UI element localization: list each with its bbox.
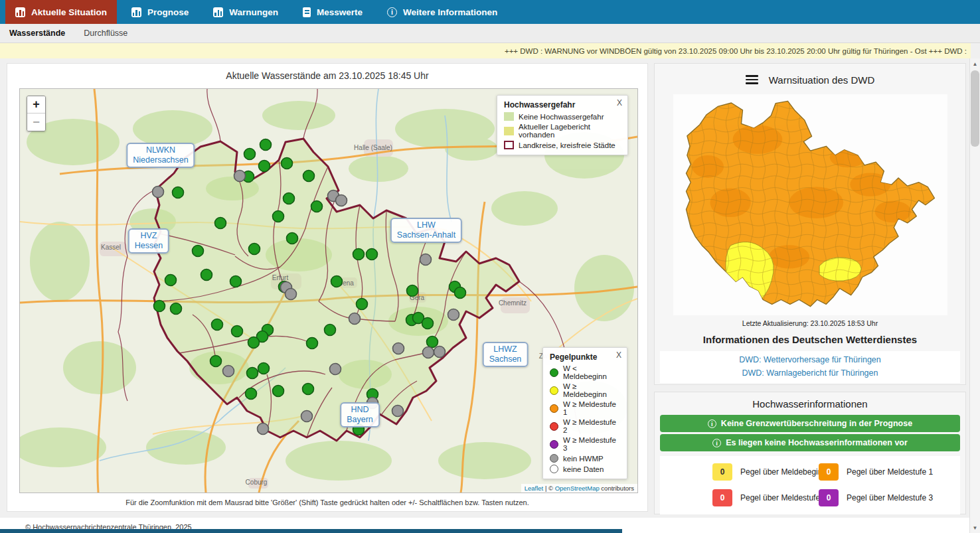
neighbor-center-label-lhw[interactable]: LHWSachsen-Anhalt [390,218,462,243]
gauge-marker-gray[interactable] [420,254,432,266]
map-panel: Aktuelle Wasserstände am 23.10.2025 18:4… [7,63,648,512]
gauge-marker-green[interactable] [331,276,343,287]
gauge-marker-green[interactable] [325,325,336,336]
tab-prognose[interactable]: Prognose [122,0,199,24]
gauge-marker-green[interactable] [303,384,314,395]
scrollbar-thumb[interactable] [971,70,979,147]
tab-messwerte[interactable]: Messwerte [293,0,372,24]
gauge-marker-green[interactable] [212,319,223,331]
gauge-marker-green[interactable] [307,338,318,349]
gauge-marker-green[interactable] [171,303,182,315]
map-title: Aktuelle Wasserstände am 23.10.2025 18:4… [7,70,647,81]
subnav-item-durchfl-sse[interactable]: Durchflüsse [74,29,137,38]
tab-warnungen[interactable]: Warnungen [203,0,288,24]
gauge-marker-green[interactable] [230,276,242,287]
city-label: Coburg [246,479,268,486]
gauge-marker-green[interactable] [407,285,418,297]
openstreetmap-link[interactable]: OpenStreetMap [555,485,600,492]
gauge-marker-green[interactable] [247,368,258,379]
gauge-marker-green[interactable] [427,337,438,348]
gauge-marker-green[interactable] [249,244,260,255]
neighbor-center-label-hvz[interactable]: HVZHessen [128,228,169,254]
legend-label: keine Daten [563,465,604,473]
gauge-marker-green[interactable] [357,299,368,310]
gauge-marker-green[interactable] [215,218,226,229]
dwd-link-dwd-wettervorhersage-f-r-th-ringen[interactable]: DWD: Wettervorhersage für Thüringen [660,353,960,366]
gauge-marker-green[interactable] [284,193,295,204]
gauge-marker-gray[interactable] [448,309,459,321]
gauge-marker-gray[interactable] [258,423,269,435]
dwd-ticker-text: +++ DWD : WARNUNG vor WINDBÖEN gültig vo… [505,47,971,55]
gauge-marker-green[interactable] [246,388,257,400]
gauge-marker-green[interactable] [244,149,256,160]
map-zoom-hint: Für die Zoomfunktion mit dem Mausrad bit… [7,498,647,506]
gauge-marker-green[interactable] [232,326,243,337]
leaflet-link[interactable]: Leaflet [525,485,544,492]
gauge-marker-green[interactable] [303,171,315,182]
legend-label: Landkreise, kreisfreie Städte [519,141,615,149]
dwd-warning-map[interactable] [673,94,947,315]
gauge-marker-green[interactable] [258,363,270,374]
gauge-marker-green[interactable] [273,386,284,397]
gauge-marker-gray[interactable] [223,366,234,377]
gauge-marker-green[interactable] [353,249,365,260]
subnav-items: WasserständeDurchflüsse [0,29,137,38]
zoom-out-button[interactable]: − [27,114,45,131]
scroll-up-arrow-icon[interactable]: ▲ [970,58,980,69]
tab-aktuelle-situation[interactable]: Aktuelle Situation [5,0,117,24]
gauge-marker-gray[interactable] [349,313,361,325]
gauge-marker-green[interactable] [455,287,466,299]
gauge-marker-gray[interactable] [393,343,404,354]
gauge-level-label: Pegel über Meldebeginn [740,467,827,477]
flood-alert-banner[interactable]: iKeine Grenzwertüberschreitung in der Pr… [660,415,960,432]
gauge-marker-gray[interactable] [434,346,446,358]
gauge-marker-gray[interactable] [423,347,434,358]
neighbor-center-label-nlwkn[interactable]: NLWKNNiedersachsen [126,143,195,168]
tab-weitere-informationen[interactable]: iWeitere Informationen [377,0,507,24]
gauge-marker-green[interactable] [201,269,212,281]
water-level-map[interactable]: KasselErfurtJenaGeraHalle (Saale)Zwickau… [19,88,638,493]
dwd-info-heading: Informationen des Deutschen Wetterdienst… [655,334,965,345]
flood-alerts: iKeine Grenzwertüberschreitung in der Pr… [655,415,965,451]
gauge-marker-green[interactable] [165,275,177,286]
dwd-ticker: +++ DWD : WARNUNG vor WINDBÖEN gültig vo… [0,43,971,58]
gauge-marker-green[interactable] [273,211,284,222]
legend-swatch [550,440,558,449]
gauge-marker-gray[interactable] [330,364,341,375]
gauge-marker-gray[interactable] [286,289,297,300]
flood-alert-banner[interactable]: iEs liegen keine Hochwasserinformationen… [660,434,960,451]
gauge-marker-gray[interactable] [234,171,246,182]
zoom-in-button[interactable]: + [27,96,45,114]
gauge-marker-green[interactable] [282,158,293,169]
close-icon[interactable]: X [617,98,622,108]
dwd-link-dwd-warnlagebericht-f-r-th-ringen[interactable]: DWD: Warnlagebericht für Thüringen [660,366,960,380]
neighbor-center-label-lhwz[interactable]: LHWZSachsen [483,342,529,367]
gauge-marker-green[interactable] [422,318,434,329]
gauge-marker-green[interactable] [154,301,165,312]
tab-label: Aktuelle Situation [31,7,107,17]
tab-label: Messwerte [317,7,363,17]
menu-icon[interactable] [746,75,758,84]
document-icon [303,7,311,17]
gauge-marker-green[interactable] [259,161,270,172]
neighbor-center-label-hnd[interactable]: HNDBayern [340,402,380,427]
gauge-marker-gray[interactable] [336,195,347,206]
close-icon[interactable]: X [616,350,621,360]
gauge-marker-green[interactable] [287,233,298,244]
gauge-marker-green[interactable] [173,187,184,198]
tab-label: Warnungen [229,7,278,17]
gauge-marker-green[interactable] [248,337,260,348]
gauge-marker-green[interactable] [210,356,222,367]
gauge-marker-gray[interactable] [153,187,164,198]
gauge-marker-green[interactable] [193,246,204,257]
gauge-marker-green[interactable] [311,201,323,212]
subnav-item-wasserst-nde[interactable]: Wasserstände [0,29,74,38]
gauge-marker-gray[interactable] [392,406,404,417]
gauge-marker-green[interactable] [367,249,378,260]
scroll-down-arrow-icon[interactable]: ▼ [970,522,980,533]
gauge-marker-gray[interactable] [301,411,313,422]
legend-label: Keine Hochwassergefahr [519,113,604,121]
gauge-level-item: 0Pegel über Meldestufe 1 [819,463,925,481]
gauge-marker-green[interactable] [260,139,272,151]
page-scrollbar[interactable]: ▲ ▼ [969,58,980,533]
